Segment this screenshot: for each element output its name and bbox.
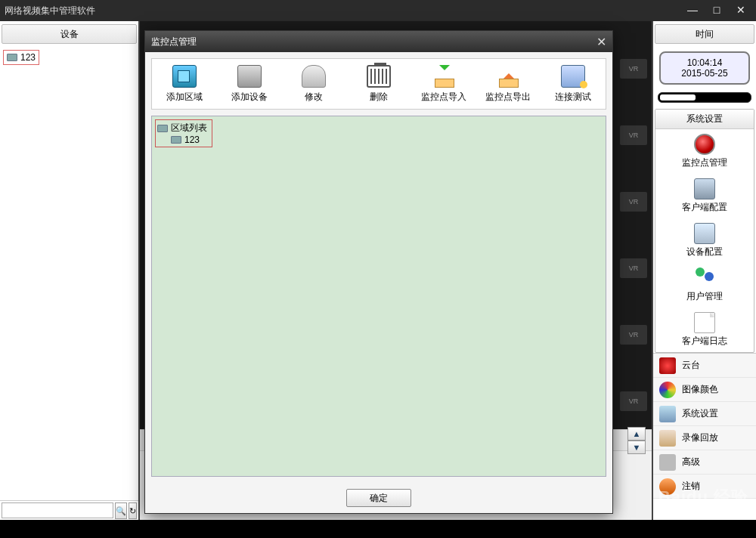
close-button[interactable]: ✕ — [730, 4, 751, 17]
right-panel-header: 时间 — [655, 24, 754, 44]
video-slot[interactable]: VR — [620, 258, 647, 278]
import-icon — [432, 65, 456, 88]
sys-item-client-config[interactable]: 客户端配置 — [655, 174, 754, 218]
search-button[interactable]: 🔍 — [115, 502, 127, 519]
settings-icon — [659, 406, 676, 422]
device-tree[interactable]: 123 — [0, 47, 138, 500]
delete-button[interactable]: 删除 — [351, 65, 407, 104]
quick-item-advanced[interactable]: 高级 — [653, 450, 756, 475]
left-panel: 设备 123 🔍 ↻ — [0, 21, 140, 520]
video-slot[interactable]: VR — [620, 192, 647, 212]
color-icon — [659, 382, 676, 398]
quick-list: 云台 图像颜色 系统设置 录像回放 高级 注销 — [653, 353, 756, 499]
display-icon — [694, 178, 715, 199]
clock-box: 10:04:14 2015-05-25 — [659, 51, 750, 85]
dialog-close-button[interactable]: ✕ — [596, 35, 606, 49]
video-slot[interactable]: VR — [620, 125, 647, 145]
quick-item-system[interactable]: 系统设置 — [653, 402, 756, 426]
left-panel-header: 设备 — [2, 24, 137, 44]
add-area-icon — [172, 65, 197, 88]
system-section-title: 系统设置 — [655, 110, 754, 129]
clock-time: 10:04:14 — [664, 57, 745, 68]
search-icon: 🔍 — [116, 506, 126, 516]
minimize-button[interactable]: — — [682, 4, 703, 17]
record-icon — [694, 134, 715, 155]
sys-item-monitor-mgmt[interactable]: 监控点管理 — [655, 129, 754, 174]
video-slot[interactable]: VR — [620, 325, 647, 345]
dialog-toolbar: 添加区域 添加设备 修改 删除 监控点导入 监控点导出 连接测试 — [151, 58, 606, 110]
connect-test-icon — [561, 65, 585, 88]
quick-item-color[interactable]: 图像颜色 — [653, 378, 756, 402]
maximize-button[interactable]: □ — [706, 4, 727, 17]
ok-button[interactable]: 确定 — [346, 489, 411, 507]
panel-up-button[interactable]: ▲ — [627, 427, 646, 441]
add-device-icon — [237, 65, 262, 88]
progress-bar — [658, 92, 751, 103]
export-icon — [496, 65, 520, 88]
sys-item-client-log[interactable]: 客户端日志 — [655, 308, 754, 352]
ptz-icon — [659, 357, 676, 374]
add-device-button[interactable]: 添加设备 — [222, 65, 277, 104]
quick-item-playback[interactable]: 录像回放 — [653, 426, 756, 450]
delete-icon — [367, 65, 391, 88]
left-search-bar: 🔍 ↻ — [0, 500, 138, 520]
search-input[interactable] — [2, 502, 113, 518]
logout-icon — [659, 478, 676, 495]
modify-icon — [302, 65, 326, 88]
quick-item-logout[interactable]: 注销 — [653, 475, 756, 499]
panel-down-button[interactable]: ▼ — [627, 441, 646, 454]
camera-icon — [7, 54, 17, 61]
area-child-label: 123 — [184, 134, 200, 145]
connect-test-button[interactable]: 连接测试 — [545, 65, 601, 104]
right-panel: 时间 10:04:14 2015-05-25 系统设置 监控点管理 客户端配置 … — [652, 21, 756, 520]
dialog-titlebar: 监控点管理 ✕ — [145, 31, 612, 52]
video-slot[interactable]: VR — [620, 59, 647, 79]
device-tree-item[interactable]: 123 — [3, 50, 39, 65]
device-icon — [694, 223, 715, 244]
system-section: 系统设置 监控点管理 客户端配置 设备配置 用户管理 客户端日志 — [655, 109, 754, 353]
refresh-button[interactable]: ↻ — [129, 502, 137, 519]
clock-date: 2015-05-25 — [664, 68, 745, 79]
area-tree-root[interactable]: 区域列表 123 — [155, 119, 212, 147]
modify-button[interactable]: 修改 — [286, 65, 342, 104]
add-area-button[interactable]: 添加区域 — [156, 65, 212, 104]
export-button[interactable]: 监控点导出 — [480, 65, 536, 104]
quick-item-ptz[interactable]: 云台 — [653, 354, 756, 378]
area-root-label: 区域列表 — [171, 122, 207, 134]
dialog-title: 监控点管理 — [151, 36, 197, 48]
users-icon — [694, 267, 715, 289]
refresh-icon: ↻ — [129, 506, 136, 516]
area-icon — [157, 125, 168, 132]
area-tree[interactable]: 区域列表 123 — [151, 116, 606, 477]
playback-icon — [659, 430, 676, 447]
camera-icon — [171, 136, 181, 144]
log-icon — [694, 312, 715, 333]
advanced-icon — [659, 454, 676, 471]
device-tree-item-label: 123 — [20, 52, 36, 63]
window-titlebar: 网络视频集中管理软件 — □ ✕ — [0, 0, 756, 21]
app-title: 网络视频集中管理软件 — [5, 5, 95, 17]
sys-item-user-mgmt[interactable]: 用户管理 — [655, 263, 754, 308]
import-button[interactable]: 监控点导入 — [416, 65, 472, 104]
sys-item-device-config[interactable]: 设备配置 — [655, 218, 754, 263]
video-slot[interactable]: VR — [620, 391, 647, 411]
monitor-management-dialog: 监控点管理 ✕ 添加区域 添加设备 修改 删除 监控点导入 监控点导出 连接测试… — [144, 30, 613, 514]
